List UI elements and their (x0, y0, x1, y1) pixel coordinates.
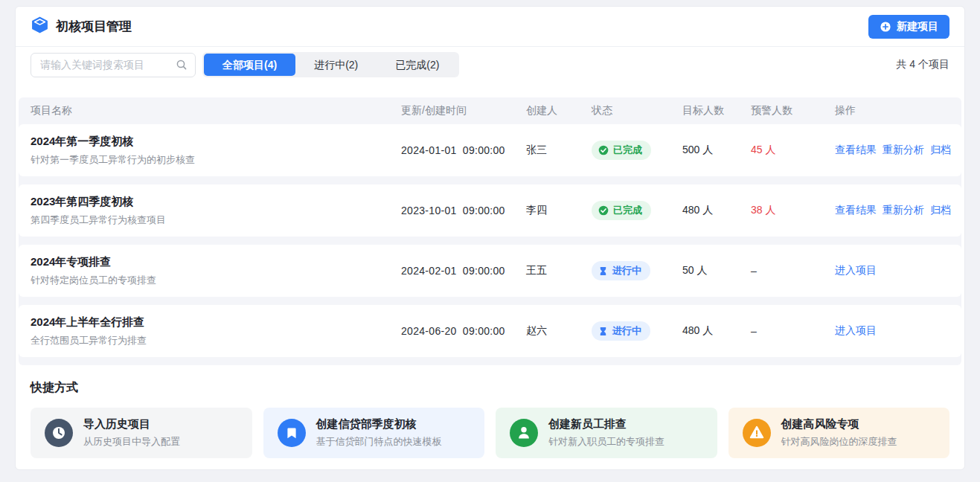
warning-count: – (751, 265, 835, 277)
check-circle-icon (598, 145, 609, 155)
project-name: 2024年专项排查 (31, 255, 401, 269)
col-header-actions: 操作 (835, 104, 949, 118)
toolbar: 全部项目(4) 进行中(2) 已完成(2) 共 4 个项目 (16, 47, 964, 83)
shortcut-import-history[interactable]: 导入历史项目 从历史项目中导入配置 (31, 408, 252, 458)
project-time: 2024-06-20 09:00:00 (401, 325, 526, 337)
col-header-status: 状态 (592, 104, 682, 118)
check-circle-icon (598, 205, 609, 216)
view-results-link[interactable]: 查看结果 (835, 144, 877, 157)
project-time: 2024-01-01 09:00:00 (401, 144, 526, 156)
project-creator: 赵六 (526, 324, 592, 338)
project-desc: 针对第一季度员工异常行为的初步核查 (31, 153, 401, 167)
history-clock-icon (45, 419, 73, 447)
shortcut-title: 创建信贷部季度初核 (316, 417, 442, 431)
project-time: 2024-02-01 09:00:00 (401, 265, 526, 277)
warning-count: – (751, 325, 835, 337)
project-time: 2023-10-01 09:00:00 (401, 205, 526, 216)
search-input[interactable] (40, 59, 176, 71)
warning-count: 38 人 (751, 204, 835, 217)
person-icon (510, 419, 538, 447)
search-box[interactable] (31, 53, 196, 77)
bookmark-icon (278, 419, 306, 447)
shortcut-desc: 基于信贷部门特点的快速模板 (316, 435, 442, 449)
col-header-creator: 创建人 (526, 104, 592, 118)
project-creator: 李四 (526, 204, 592, 217)
filter-tabs: 全部项目(4) 进行中(2) 已完成(2) (202, 52, 459, 77)
shortcut-desc: 针对高风险岗位的深度排查 (781, 435, 897, 449)
col-header-warning: 预警人数 (751, 104, 835, 118)
tab-all-projects[interactable]: 全部项目(4) (204, 54, 295, 76)
plus-circle-icon (880, 21, 891, 33)
tab-completed[interactable]: 已完成(2) (377, 54, 458, 76)
archive-link[interactable]: 归档 (930, 204, 951, 217)
table-row: 2023年第四季度初核 第四季度员工异常行为核查项目 2023-10-01 09… (19, 184, 961, 237)
main-panel: 初核项目管理 新建项目 全部项目(4) 进行中(2) 已完成(2) 共 4 个项… (15, 6, 965, 470)
project-total-count: 共 4 个项目 (896, 58, 949, 71)
status-badge: 进行中 (592, 321, 650, 341)
target-count: 50 人 (682, 264, 751, 277)
shortcut-new-employee-check[interactable]: 创建新员工排查 针对新入职员工的专项排查 (496, 408, 717, 458)
enter-project-link[interactable]: 进入项目 (835, 264, 877, 277)
hourglass-icon (598, 266, 608, 276)
reanalyze-link[interactable]: 重新分析 (883, 204, 924, 217)
page-title: 初核项目管理 (56, 18, 132, 35)
archive-link[interactable]: 归档 (930, 144, 951, 157)
target-count: 480 人 (682, 204, 751, 217)
table-row: 2024年专项排查 针对特定岗位员工的专项排查 2024-02-01 09:00… (19, 245, 961, 297)
table-row: 2024年上半年全行排查 全行范围员工异常行为排查 2024-06-20 09:… (19, 305, 961, 357)
view-results-link[interactable]: 查看结果 (835, 204, 877, 217)
warning-icon (743, 419, 771, 447)
col-header-name: 项目名称 (31, 104, 401, 118)
shortcuts-title: 快捷方式 (31, 380, 949, 396)
shortcuts-section: 快捷方式 导入历史项目 从历史项目中导入配置 创 (16, 365, 964, 458)
table-row: 2024年第一季度初核 针对第一季度员工异常行为的初步核查 2024-01-01… (19, 124, 961, 176)
project-desc: 全行范围员工异常行为排查 (31, 334, 401, 347)
status-badge: 已完成 (592, 141, 651, 160)
shortcut-title: 创建高风险专项 (781, 417, 897, 431)
status-badge: 已完成 (592, 201, 651, 220)
cube-logo-icon (31, 16, 49, 37)
reanalyze-link[interactable]: 重新分析 (883, 144, 924, 157)
target-count: 480 人 (682, 324, 751, 338)
shortcut-desc: 从历史项目中导入配置 (83, 435, 180, 449)
target-count: 500 人 (682, 144, 751, 157)
search-icon (176, 59, 188, 71)
new-project-button[interactable]: 新建项目 (868, 15, 949, 39)
shortcut-title: 导入历史项目 (83, 417, 180, 431)
enter-project-link[interactable]: 进入项目 (835, 324, 877, 338)
project-name: 2024年第一季度初核 (31, 135, 401, 149)
shortcut-credit-dept-review[interactable]: 创建信贷部季度初核 基于信贷部门特点的快速模板 (263, 408, 485, 458)
warning-count: 45 人 (751, 144, 835, 157)
hourglass-icon (598, 327, 608, 336)
col-header-time: 更新/创建时间 (401, 104, 526, 118)
table-header-row: 项目名称 更新/创建时间 创建人 状态 目标人数 预警人数 操作 (19, 97, 961, 124)
project-table: 项目名称 更新/创建时间 创建人 状态 目标人数 预警人数 操作 2024年第一… (19, 97, 961, 365)
page-header: 初核项目管理 新建项目 (16, 7, 964, 47)
shortcut-desc: 针对新入职员工的专项排查 (548, 435, 664, 449)
shortcut-high-risk-special[interactable]: 创建高风险专项 针对高风险岗位的深度排查 (728, 408, 950, 458)
project-desc: 针对特定岗位员工的专项排查 (31, 274, 401, 287)
new-project-label: 新建项目 (897, 20, 938, 33)
col-header-target: 目标人数 (682, 104, 751, 118)
project-name: 2024年上半年全行排查 (31, 315, 401, 330)
project-desc: 第四季度员工异常行为核查项目 (31, 213, 401, 227)
tab-in-progress[interactable]: 进行中(2) (295, 54, 377, 76)
project-creator: 张三 (526, 144, 592, 157)
project-creator: 王五 (526, 264, 592, 277)
project-name: 2023年第四季度初核 (31, 195, 401, 209)
status-badge: 进行中 (592, 261, 650, 280)
shortcut-title: 创建新员工排查 (548, 417, 664, 431)
